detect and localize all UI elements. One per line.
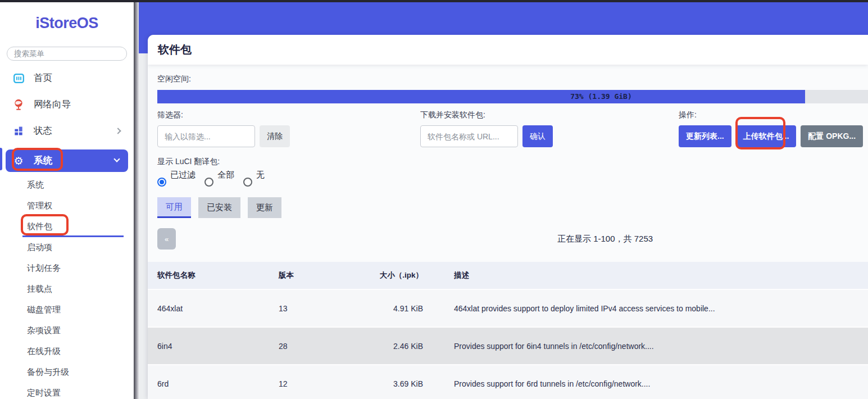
download-install-label: 下载并安装软件包: <box>420 110 679 120</box>
radio-unselected-icon[interactable] <box>243 178 252 187</box>
cell-description: Provides support for 6in4 tunnels in /et… <box>454 342 868 351</box>
sidebar-scrollbar[interactable] <box>134 2 139 399</box>
package-url-input[interactable] <box>420 125 518 147</box>
system-submenu: 系统 管理权 软件包 启动项 计划任务 挂载点 磁盘管理 杂项设置 在线升级 备… <box>0 175 134 399</box>
filter-label: 筛选器: <box>157 110 420 120</box>
table-header-row: 软件包名称 版本 大小（.ipk） 描述 <box>148 262 868 289</box>
cell-size: 3.69 KiB <box>352 379 423 388</box>
submenu-item-disk[interactable]: 磁盘管理 <box>0 300 134 320</box>
globe-icon <box>12 98 25 111</box>
sidebar-item-label: 网络向导 <box>34 98 71 111</box>
cell-size: 2.46 KiB <box>352 342 423 351</box>
submenu-item-schedule[interactable]: 定时设置 <box>0 383 134 399</box>
upload-package-button[interactable]: 上传软件包... <box>736 125 797 147</box>
configure-opkg-button[interactable]: 配置 OPKG... <box>801 125 863 147</box>
cell-package-name: 6in4 <box>148 342 279 351</box>
confirm-button[interactable]: 确认 <box>522 125 553 147</box>
sidebar-item-label: 系统 <box>34 155 52 167</box>
radio-unselected-icon[interactable] <box>204 178 213 187</box>
actions-label: 操作: <box>679 110 868 120</box>
table-row: 6rd 12 3.69 KiB Provides support for 6rd… <box>148 364 868 399</box>
sidebar-item-system[interactable]: ⚙ 系统 <box>6 149 128 172</box>
col-header-size: 大小（.ipk） <box>352 270 423 280</box>
window-top-edge <box>0 0 868 2</box>
submenu-item-backup[interactable]: 备份与升级 <box>0 362 134 383</box>
chevron-right-icon <box>115 128 121 134</box>
active-menu-edge-marker <box>0 148 2 170</box>
submenu-item-mounts[interactable]: 挂载点 <box>0 279 134 300</box>
package-tabs: 可用 已安装 更新 <box>157 197 868 218</box>
radio-selected-icon[interactable] <box>157 178 166 187</box>
cell-version: 12 <box>279 379 352 388</box>
progressbar-value: 73% (1.39 GiB) <box>157 90 868 103</box>
pagination-status: 正在显示 1-100，共 7253 <box>557 234 653 244</box>
app-logo: iStoreOS <box>0 15 134 32</box>
submenu-item-upgrade[interactable]: 在线升级 <box>0 341 134 362</box>
submenu-item-misc[interactable]: 杂项设置 <box>0 320 134 341</box>
cell-package-name: 464xlat <box>148 304 279 313</box>
cell-version: 28 <box>279 342 352 351</box>
tab-installed[interactable]: 已安装 <box>198 197 240 218</box>
sidebar-item-status[interactable]: 状态 <box>6 123 128 139</box>
luci-translations-label: 显示 LuCI 翻译包: <box>157 157 868 167</box>
translations-radio-group: 已过滤 全部 无 <box>157 170 868 187</box>
free-space-progressbar: 73% (1.39 GiB) <box>157 90 868 103</box>
cell-description: Provides support for 6rd tunnels in /etc… <box>454 379 868 388</box>
sidebar-menu: 首页 网络向导 状态 <box>0 70 134 399</box>
table-row-highlighted: 6in4 28 2.46 KiB Provides support for 6i… <box>148 327 868 364</box>
card-titlebar: 软件包 <box>148 35 868 65</box>
submenu-item-cron[interactable]: 计划任务 <box>0 258 134 279</box>
page-title: 软件包 <box>158 42 192 57</box>
sidebar-item-network-wizard[interactable]: 网络向导 <box>6 97 128 112</box>
sidebar-item-label: 状态 <box>34 125 52 137</box>
clear-button[interactable]: 清除 <box>260 125 290 147</box>
submenu-item-startup[interactable]: 启动项 <box>0 237 134 258</box>
col-header-version: 版本 <box>279 270 352 280</box>
cell-description: 464xlat provides support to deploy limit… <box>454 304 868 313</box>
package-table: 软件包名称 版本 大小（.ipk） 描述 464xlat 13 4.91 KiB… <box>148 262 868 399</box>
col-header-name: 软件包名称 <box>148 270 279 280</box>
sidebar-item-home[interactable]: 首页 <box>6 70 128 86</box>
radio-option-filtered[interactable]: 已过滤 <box>157 170 196 187</box>
active-submenu-underline <box>22 235 124 237</box>
main-area: 软件包 空闲空间: 73% (1.39 GiB) 筛选器: 清除 下载并安装软件… <box>139 2 868 399</box>
cell-version: 13 <box>279 304 352 313</box>
table-row: 464xlat 13 4.91 KiB 464xlat provides sup… <box>148 289 868 327</box>
menu-search-input[interactable] <box>7 47 127 61</box>
submenu-item-admin[interactable]: 管理权 <box>0 196 134 216</box>
submenu-item-system[interactable]: 系统 <box>0 175 134 196</box>
cell-size: 4.91 KiB <box>352 304 423 313</box>
tab-available[interactable]: 可用 <box>157 197 191 218</box>
chevron-down-icon <box>113 156 120 162</box>
pagination-prev-button[interactable]: « <box>157 228 176 250</box>
content-card: 软件包 空闲空间: 73% (1.39 GiB) 筛选器: 清除 下载并安装软件… <box>148 35 868 399</box>
filter-input[interactable] <box>157 125 255 147</box>
home-icon <box>12 72 25 84</box>
sidebar: iStoreOS 首页 <box>0 0 134 399</box>
radio-option-all[interactable]: 全部 <box>204 170 234 187</box>
col-header-description: 描述 <box>454 270 868 280</box>
status-icon <box>12 125 25 137</box>
free-space-label: 空闲空间: <box>157 74 868 84</box>
update-lists-button[interactable]: 更新列表... <box>679 125 731 147</box>
sidebar-item-label: 首页 <box>34 72 52 84</box>
gear-icon: ⚙ <box>12 155 25 167</box>
cell-package-name: 6rd <box>148 379 279 388</box>
submenu-item-software[interactable]: 软件包 <box>0 216 134 237</box>
tab-updates[interactable]: 更新 <box>248 197 281 218</box>
radio-option-none[interactable]: 无 <box>243 170 265 187</box>
